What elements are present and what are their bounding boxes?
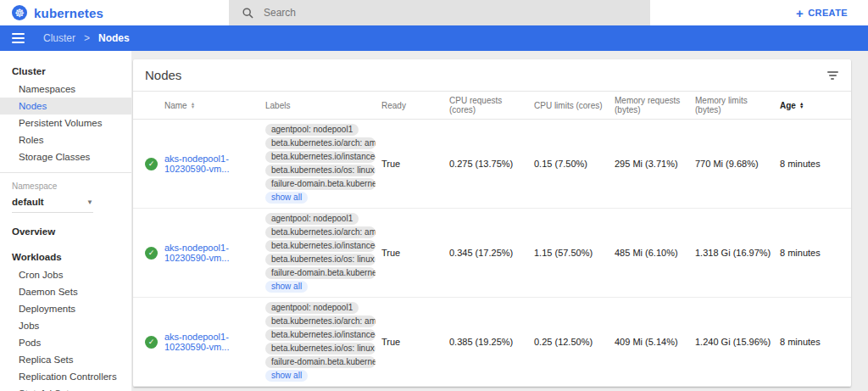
label-chip: beta.kubernetes.io/arch: amd... bbox=[265, 316, 376, 327]
sidebar-item-overview[interactable]: Overview bbox=[0, 221, 131, 241]
label-chip: failure-domain.beta.kubernet... bbox=[265, 267, 376, 279]
show-all-button[interactable]: show all bbox=[265, 370, 308, 382]
label-chips: agentpool: nodepool1beta.kubernetes.io/a… bbox=[265, 213, 376, 293]
label-chip: failure-domain.beta.kubernet... bbox=[265, 178, 376, 190]
label-chips: agentpool: nodepool1beta.kubernetes.io/a… bbox=[265, 302, 376, 382]
card-title: Nodes bbox=[145, 68, 181, 82]
sidebar-item-replica-sets[interactable]: Replica Sets bbox=[0, 351, 131, 368]
ready-value: True bbox=[381, 248, 400, 258]
status-ready-icon: ✓ bbox=[145, 336, 158, 349]
app-root: ☸ kubernetes + CREATE Cluster > Nodes Cl… bbox=[0, 0, 868, 391]
sidebar: Cluster NamespacesNodesPersistent Volume… bbox=[0, 51, 131, 391]
chevron-right-icon: > bbox=[84, 32, 90, 44]
sidebar-workloads-items: Cron JobsDaemon SetsDeploymentsJobsPodsR… bbox=[0, 266, 131, 391]
node-name-link[interactable]: aks-nodepool1-10230590-vm... bbox=[164, 154, 260, 174]
label-chip: beta.kubernetes.io/os: linux bbox=[265, 165, 376, 176]
label-chip: beta.kubernetes.io/arch: amd... bbox=[265, 226, 376, 238]
sidebar-item-stateful-sets[interactable]: Stateful Sets bbox=[0, 385, 131, 391]
sidebar-item-deployments[interactable]: Deployments bbox=[0, 300, 131, 317]
main-panel: Nodes Name ▲▼ Labels Ready CPU requests … bbox=[131, 51, 868, 391]
sidebar-item-cron-jobs[interactable]: Cron Jobs bbox=[0, 266, 131, 283]
filter-icon[interactable] bbox=[826, 71, 839, 80]
search-input[interactable] bbox=[262, 6, 584, 20]
sidebar-item-roles[interactable]: Roles bbox=[0, 131, 131, 148]
column-header-age[interactable]: Age ▲▼ bbox=[780, 101, 851, 110]
column-header-ready: Ready bbox=[381, 101, 449, 110]
search-icon bbox=[242, 8, 253, 19]
sort-icon: ▲▼ bbox=[191, 102, 195, 109]
card-header: Nodes bbox=[133, 59, 851, 92]
sidebar-item-replication-controllers[interactable]: Replication Controllers bbox=[0, 368, 131, 385]
column-header-memory-requests: Memory requests (bytes) bbox=[615, 96, 695, 115]
label-chip: agentpool: nodepool1 bbox=[265, 302, 359, 314]
sidebar-item-daemon-sets[interactable]: Daemon Sets bbox=[0, 283, 131, 300]
sidebar-cluster-items: NamespacesNodesPersistent VolumesRolesSt… bbox=[0, 81, 131, 165]
table-row: ✓ aks-nodepool1-10230590-vm... agentpool… bbox=[133, 298, 851, 387]
dropdown-caret-icon: ▼ bbox=[86, 198, 93, 206]
sort-icon: ▲▼ bbox=[799, 102, 804, 109]
kubernetes-logo-icon: ☸ bbox=[12, 5, 27, 20]
label-chip: beta.kubernetes.io/instance-t... bbox=[265, 151, 376, 163]
sidebar-item-namespaces[interactable]: Namespaces bbox=[0, 81, 131, 98]
create-button[interactable]: + CREATE bbox=[791, 7, 853, 19]
column-header-name[interactable]: Name ▲▼ bbox=[133, 101, 265, 110]
breadcrumb-current: Nodes bbox=[98, 32, 130, 44]
node-labels-cell: agentpool: nodepool1beta.kubernetes.io/a… bbox=[265, 120, 381, 208]
label-chip: beta.kubernetes.io/arch: amd... bbox=[265, 137, 376, 149]
node-name-cell: ✓ aks-nodepool1-10230590-vm... bbox=[133, 209, 265, 297]
node-name-cell: ✓ aks-nodepool1-10230590-vm... bbox=[133, 120, 265, 208]
column-header-cpu-limits: CPU limits (cores) bbox=[534, 101, 615, 110]
sidebar-item-pods[interactable]: Pods bbox=[0, 334, 131, 351]
sidebar-section-workloads[interactable]: Workloads bbox=[0, 247, 131, 266]
memory-requests-value: 409 Mi (5.14%) bbox=[615, 337, 678, 347]
app-title: kubernetes bbox=[34, 6, 103, 20]
node-name-link[interactable]: aks-nodepool1-10230590-vm... bbox=[164, 332, 260, 352]
node-labels-cell: agentpool: nodepool1beta.kubernetes.io/a… bbox=[265, 209, 381, 297]
sidebar-item-jobs[interactable]: Jobs bbox=[0, 317, 131, 334]
cpu-limits-value: 1.15 (57.50%) bbox=[534, 248, 593, 258]
age-value: 8 minutes bbox=[780, 337, 821, 347]
namespace-value: default bbox=[12, 197, 44, 207]
cpu-requests-value: 0.275 (13.75%) bbox=[449, 159, 513, 169]
memory-limits-value: 1.318 Gi (16.97%) bbox=[695, 248, 771, 258]
sidebar-divider bbox=[0, 172, 131, 173]
age-value: 8 minutes bbox=[780, 159, 821, 169]
sidebar-item-storage-classes[interactable]: Storage Classes bbox=[0, 148, 131, 165]
label-chips: agentpool: nodepool1beta.kubernetes.io/a… bbox=[265, 124, 376, 204]
nodes-card: Nodes Name ▲▼ Labels Ready CPU requests … bbox=[133, 59, 851, 387]
column-header-memory-limits: Memory limits (bytes) bbox=[695, 96, 780, 115]
cpu-limits-value: 0.15 (7.50%) bbox=[534, 159, 587, 169]
label-chip: beta.kubernetes.io/os: linux bbox=[265, 343, 376, 355]
menu-icon[interactable] bbox=[12, 33, 25, 43]
sidebar-section-cluster[interactable]: Cluster bbox=[0, 61, 131, 81]
table-row: ✓ aks-nodepool1-10230590-vm... agentpool… bbox=[133, 120, 851, 209]
table-body: ✓ aks-nodepool1-10230590-vm... agentpool… bbox=[133, 120, 851, 387]
sidebar-item-persistent-volumes[interactable]: Persistent Volumes bbox=[0, 115, 131, 131]
breadcrumb-parent[interactable]: Cluster bbox=[43, 32, 75, 44]
top-header: ☸ kubernetes + CREATE bbox=[0, 0, 868, 25]
ready-value: True bbox=[381, 159, 400, 169]
node-name-cell: ✓ aks-nodepool1-10230590-vm... bbox=[133, 298, 265, 386]
brand[interactable]: ☸ kubernetes bbox=[0, 5, 229, 20]
create-button-label: CREATE bbox=[808, 8, 848, 18]
show-all-button[interactable]: show all bbox=[265, 281, 308, 293]
column-header-cpu-requests: CPU requests (cores) bbox=[449, 96, 534, 115]
content-area: Cluster NamespacesNodesPersistent Volume… bbox=[0, 51, 868, 391]
namespace-select[interactable]: default ▼ bbox=[12, 195, 93, 213]
cpu-requests-value: 0.385 (19.25%) bbox=[449, 337, 513, 347]
search-bar[interactable] bbox=[229, 0, 650, 25]
sidebar-item-nodes[interactable]: Nodes bbox=[0, 98, 131, 115]
plus-icon: + bbox=[796, 8, 804, 18]
label-chip: beta.kubernetes.io/instance-t... bbox=[265, 240, 376, 252]
memory-requests-value: 295 Mi (3.71%) bbox=[615, 159, 678, 169]
age-value: 8 minutes bbox=[780, 248, 821, 258]
status-ready-icon: ✓ bbox=[145, 247, 158, 260]
show-all-button[interactable]: show all bbox=[265, 192, 308, 204]
label-chip: failure-domain.beta.kubernet... bbox=[265, 356, 376, 368]
breadcrumb-bar: Cluster > Nodes bbox=[0, 25, 868, 51]
node-name-link[interactable]: aks-nodepool1-10230590-vm... bbox=[164, 243, 260, 263]
cpu-limits-value: 0.25 (12.50%) bbox=[534, 337, 593, 347]
memory-limits-value: 770 Mi (9.68%) bbox=[695, 159, 759, 169]
node-labels-cell: agentpool: nodepool1beta.kubernetes.io/a… bbox=[265, 298, 381, 386]
label-chip: agentpool: nodepool1 bbox=[265, 213, 359, 225]
